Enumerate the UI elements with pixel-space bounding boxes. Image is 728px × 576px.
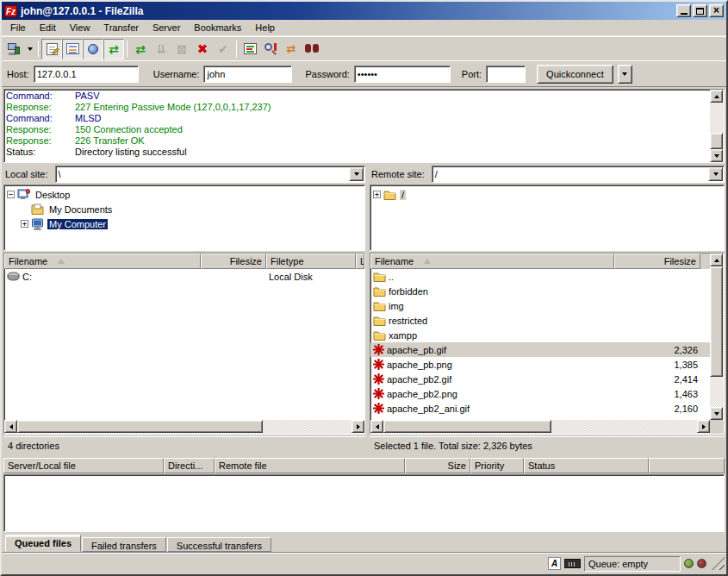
remote-vertical-scrollbar[interactable] [710, 254, 724, 420]
file-row-img[interactable]: img [370, 298, 710, 313]
menu-bookmarks[interactable]: Bookmarks [187, 21, 248, 34]
scrollbar-thumb[interactable] [710, 133, 723, 149]
file-row-xampp[interactable]: xampp [370, 328, 710, 342]
scrollbar-thumb[interactable] [710, 266, 723, 377]
site-manager-dropdown-button[interactable] [24, 39, 35, 59]
menu-view[interactable]: View [63, 21, 97, 34]
tree-item-my-documents[interactable]: My Documents [5, 202, 364, 216]
scroll-up-button[interactable] [710, 254, 723, 266]
file-row-restricted[interactable]: restricted [370, 313, 710, 328]
title-bar[interactable]: Fz john@127.0.0.1 - FileZilla × [2, 2, 726, 20]
remote-site-combo[interactable]: / [432, 166, 725, 183]
file-row-apache-pb-png[interactable]: apache_pb.png 1,385 [370, 357, 710, 372]
scroll-left-button[interactable] [4, 420, 17, 433]
local-horizontal-scrollbar[interactable] [4, 420, 364, 434]
scroll-right-button[interactable] [352, 420, 364, 433]
remote-site-dropdown-button[interactable] [708, 167, 723, 181]
synchronized-browsing-button[interactable]: ⇄ [281, 39, 302, 59]
column-header-server-local-file[interactable]: Server/Local file [3, 458, 164, 473]
disconnect-button[interactable]: ✖ [192, 39, 213, 59]
tree-expander-plus[interactable]: + [373, 191, 381, 198]
column-header-remote-file[interactable]: Remote file [215, 458, 405, 473]
file-row-apache-pb2-gif[interactable]: apache_pb2.gif 2,414 [370, 372, 710, 386]
reconnect-button[interactable]: ✔ [213, 39, 233, 59]
quickconnect-dropdown-button[interactable] [618, 65, 632, 84]
column-header-filesize[interactable]: Filesize [201, 254, 266, 269]
tab-failed-transfers[interactable]: Failed transfers [82, 537, 166, 552]
port-input[interactable] [486, 66, 526, 83]
file-row-c-[interactable]: C: Local Disk [4, 269, 364, 284]
queue-tabs: Queued filesFailed transfersSuccessful t… [2, 532, 726, 552]
column-header-filesize[interactable]: Filesize [614, 254, 700, 269]
scroll-left-button[interactable] [370, 420, 383, 433]
local-site-dropdown-button[interactable] [349, 167, 364, 181]
toggle-remote-tree-button[interactable] [83, 39, 103, 59]
queue-list[interactable] [3, 474, 725, 532]
file-row--[interactable]: .. [370, 269, 710, 284]
scrollbar-thumb[interactable] [17, 420, 263, 433]
minimize-button[interactable] [676, 4, 691, 17]
file-row-apache-pb2-ani-gif[interactable]: apache_pb2_ani.gif 2,160 [370, 401, 710, 416]
menu-transfer[interactable]: Transfer [96, 21, 146, 34]
log-line-text: 227 Entering Passive Mode (127,0,0,1,17,… [75, 102, 271, 113]
scrollbar-thumb[interactable] [383, 420, 551, 433]
local-site-combo[interactable]: \ [55, 166, 365, 183]
image-file-icon [373, 359, 384, 370]
quickconnect-button[interactable]: Quickconnect [537, 65, 613, 84]
log-vertical-scrollbar[interactable] [710, 90, 724, 162]
process-queue-button[interactable]: ⇊ [151, 39, 171, 59]
local-tree[interactable]: − Desktop My Documents + My Computer [3, 185, 365, 251]
host-input[interactable] [34, 66, 139, 83]
file-row-forbidden[interactable]: forbidden [370, 284, 710, 298]
column-header-filename[interactable]: Filename [4, 254, 201, 269]
menu-edit[interactable]: Edit [33, 21, 63, 34]
column-header-status[interactable]: Status [524, 458, 649, 473]
column-header-l[interactable]: L [356, 254, 364, 269]
refresh-button[interactable]: ⇄ [130, 39, 151, 59]
maximize-button[interactable] [693, 4, 707, 17]
tab-queued-files[interactable]: Queued files [5, 535, 81, 552]
folder-icon [373, 272, 386, 282]
file-row-apache-pb2-png[interactable]: apache_pb2.png 1,463 [370, 386, 710, 401]
menu-help[interactable]: Help [248, 21, 282, 34]
toggle-queue-button[interactable]: ⇄ [103, 39, 124, 59]
scroll-up-button[interactable] [710, 90, 723, 103]
column-header-filetype[interactable]: Filetype [266, 254, 356, 269]
column-header-directi-[interactable]: Directi... [164, 458, 215, 473]
scroll-down-button[interactable] [710, 149, 723, 162]
column-header-filename[interactable]: Filename [370, 254, 614, 269]
local-file-list[interactable]: C: Local Disk [4, 269, 364, 420]
column-header-blank[interactable] [649, 458, 725, 473]
filename-filters-button[interactable] [260, 39, 281, 59]
tree-expander-plus[interactable]: + [21, 220, 28, 228]
toggle-local-tree-button[interactable] [62, 39, 83, 59]
log-line-text: MLSD [75, 113, 102, 124]
tree-item--[interactable]: + / [371, 187, 723, 202]
cancel-operation-button[interactable]: ⊠ [171, 39, 192, 59]
menu-server[interactable]: Server [146, 21, 187, 34]
directory-comparison-button[interactable] [240, 39, 260, 59]
resize-grip[interactable] [712, 557, 725, 570]
remote-tree[interactable]: + / [370, 185, 725, 251]
site-manager-button[interactable] [3, 39, 24, 59]
message-log[interactable]: Command: PASV Response: 227 Entering Pas… [4, 90, 710, 162]
column-header-size[interactable]: Size [405, 458, 470, 473]
scrollbar-corner [710, 420, 724, 434]
remote-file-list[interactable]: .. forbidden img restricted xampp apache… [370, 269, 710, 420]
tree-item-my-computer[interactable]: + My Computer [5, 216, 364, 231]
tree-expander-minus[interactable]: − [7, 191, 15, 198]
remote-horizontal-scrollbar[interactable] [370, 420, 710, 434]
username-input[interactable] [203, 66, 292, 83]
toggle-message-log-button[interactable] [41, 39, 62, 59]
scroll-down-button[interactable] [710, 407, 723, 420]
file-row-apache-pb-gif[interactable]: apache_pb.gif 2,326 [370, 342, 710, 357]
close-button[interactable]: × [709, 4, 724, 17]
password-input[interactable] [354, 66, 451, 83]
menu-file[interactable]: File [3, 21, 33, 34]
queue-arrows-icon: ⇄ [109, 43, 119, 55]
scroll-right-button[interactable] [697, 420, 710, 433]
tab-successful-transfers[interactable]: Successful transfers [167, 537, 271, 552]
search-button[interactable] [302, 39, 322, 59]
tree-item-desktop[interactable]: − Desktop [5, 187, 364, 202]
column-header-priority[interactable]: Priority [470, 458, 524, 473]
